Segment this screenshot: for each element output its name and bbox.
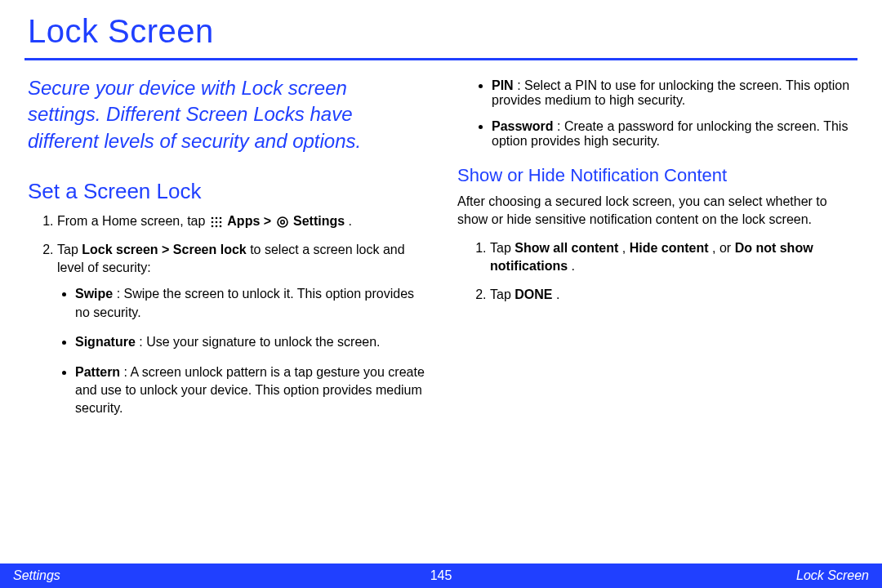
option-password: Password : Create a password for unlocki… — [492, 119, 858, 149]
option-label: Signature — [75, 335, 136, 349]
steps-notifications: Tap Show all content , Hide content , or… — [457, 239, 858, 304]
page-footer: Settings 145 Lock Screen — [0, 564, 882, 588]
step-text: Tap — [490, 241, 514, 255]
step-text: . — [349, 214, 352, 228]
step-text: Tap — [490, 287, 514, 301]
manual-page: Lock Screen Secure your device with Lock… — [0, 0, 882, 430]
svg-point-5 — [220, 221, 222, 224]
settings-label: Settings — [293, 214, 345, 228]
svg-point-10 — [280, 220, 283, 224]
option-text: : Select a PIN to use for unlocking the … — [492, 78, 849, 107]
footer-right: Lock Screen — [796, 568, 869, 583]
settings-icon — [276, 216, 289, 229]
step-2: Tap DONE . — [490, 286, 858, 304]
option-label: Swipe — [75, 287, 113, 301]
svg-point-6 — [212, 225, 214, 228]
option-signature: Signature : Use your signature to unlock… — [75, 333, 425, 351]
step-bold: Show all content — [514, 241, 618, 255]
step-2: Tap Lock screen > Screen lock to select … — [57, 241, 425, 418]
footer-left: Settings — [13, 568, 60, 583]
svg-point-0 — [212, 217, 214, 220]
option-label: PIN — [492, 78, 514, 92]
step-text: Tap — [57, 243, 82, 256]
step-bold: DONE — [514, 287, 552, 301]
step-text: . — [572, 259, 575, 273]
section-heading-notifications: Show or Hide Notification Content — [457, 165, 858, 186]
svg-point-7 — [216, 225, 218, 228]
intro-paragraph: Secure your device with Lock screen sett… — [24, 75, 425, 154]
option-text: : Use your signature to unlock the scree… — [139, 335, 380, 349]
option-text: : A screen unlock pattern is a tap gestu… — [75, 365, 425, 416]
notifications-paragraph: After choosing a secured lock screen, yo… — [457, 193, 858, 229]
step-bold: Hide content — [630, 241, 709, 255]
step-text: , or — [712, 241, 735, 255]
apps-label: Apps — [227, 214, 260, 228]
step-bold: Lock screen > Screen lock — [82, 243, 246, 256]
right-column: PIN : Select a PIN to use for unlocking … — [457, 75, 858, 430]
svg-point-9 — [278, 217, 287, 227]
step-text: , — [622, 241, 630, 255]
page-title: Lock Screen — [24, 8, 858, 60]
option-label: Pattern — [75, 365, 120, 379]
apps-icon — [210, 216, 223, 229]
svg-point-2 — [220, 217, 222, 220]
section-heading-set-lock: Set a Screen Lock — [24, 179, 425, 204]
svg-point-1 — [216, 217, 218, 220]
lock-options-list: Swipe : Swipe the screen to unlock it. T… — [57, 285, 425, 417]
steps-set-lock: From a Home screen, tap Apps > — [24, 212, 425, 418]
option-text: : Swipe the screen to unlock it. This op… — [75, 287, 414, 318]
step-1: Tap Show all content , Hide content , or… — [490, 239, 858, 276]
left-column: Secure your device with Lock screen sett… — [24, 75, 425, 430]
option-swipe: Swipe : Swipe the screen to unlock it. T… — [75, 285, 425, 322]
option-pin: PIN : Select a PIN to use for unlocking … — [492, 78, 858, 108]
svg-point-3 — [212, 221, 214, 224]
option-pattern: Pattern : A screen unlock pattern is a t… — [75, 363, 425, 418]
step-1: From a Home screen, tap Apps > — [57, 212, 425, 230]
lock-options-list-cont: PIN : Select a PIN to use for unlocking … — [457, 78, 858, 149]
content-columns: Secure your device with Lock screen sett… — [24, 75, 858, 430]
svg-point-4 — [216, 221, 218, 224]
step-text: > — [264, 214, 275, 228]
footer-page-number: 145 — [430, 568, 452, 583]
option-label: Password — [492, 119, 554, 133]
step-text: From a Home screen, tap — [57, 214, 209, 228]
svg-point-8 — [220, 225, 222, 228]
step-text: . — [556, 287, 559, 301]
